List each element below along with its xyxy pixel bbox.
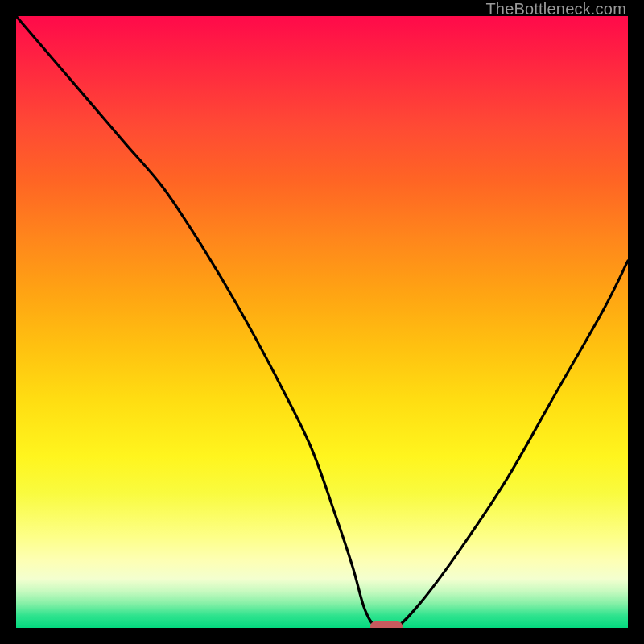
bottleneck-curve [16,16,628,628]
watermark-text: TheBottleneck.com [485,0,626,19]
optimal-marker [370,621,402,628]
chart-frame: TheBottleneck.com [0,0,644,644]
plot-area [16,16,628,628]
